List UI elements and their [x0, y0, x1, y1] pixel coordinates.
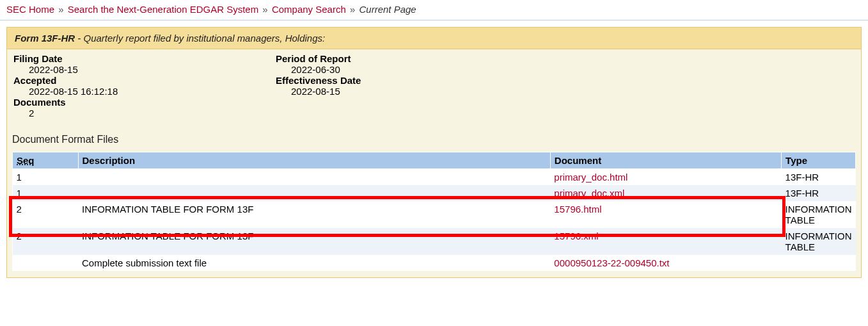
- document-link[interactable]: primary_doc.html: [554, 172, 627, 183]
- document-link[interactable]: 15796.html: [554, 204, 601, 215]
- col-header-desc: Description: [78, 152, 550, 169]
- filing-date-value: 2022-08-15: [13, 64, 276, 75]
- cell-desc: INFORMATION TABLE FOR FORM 13F: [78, 228, 550, 255]
- period-label: Period of Report: [276, 53, 538, 64]
- cell-type: INFORMATION TABLE: [782, 228, 856, 255]
- table-row: 2 INFORMATION TABLE FOR FORM 13F 15796.h…: [13, 201, 856, 228]
- cell-seq: 2: [13, 201, 79, 228]
- col-header-type: Type: [782, 152, 856, 169]
- cell-seq: 1: [13, 185, 79, 201]
- breadcrumb-link-sec-home[interactable]: SEC Home: [6, 4, 54, 15]
- table-row: 1 primary_doc.html 13F-HR: [13, 169, 856, 186]
- eff-label: Effectiveness Date: [276, 75, 538, 86]
- form-desc: - Quarterly report filed by institutiona…: [75, 33, 325, 44]
- document-link[interactable]: 15796.xml: [554, 231, 598, 241]
- cell-seq: 2: [13, 228, 79, 255]
- filing-panel: Form 13F-HR - Quarterly report filed by …: [6, 27, 862, 278]
- cell-type: INFORMATION TABLE: [782, 201, 856, 228]
- cell-type: [782, 255, 856, 271]
- documents-value: 2: [13, 108, 276, 118]
- document-files-table: Seq Description Document Type 1 primary_…: [12, 152, 856, 271]
- cell-type: 13F-HR: [782, 169, 856, 186]
- breadcrumb-current: Current Page: [359, 4, 416, 15]
- breadcrumb-sep: »: [57, 4, 65, 15]
- document-link[interactable]: primary_doc.xml: [554, 188, 624, 199]
- breadcrumb: SEC Home » Search the Next-Generation ED…: [0, 0, 868, 20]
- accepted-label: Accepted: [13, 75, 276, 86]
- table-title: Document Format Files: [7, 124, 861, 152]
- breadcrumb-sep: »: [349, 4, 356, 15]
- cell-desc: [78, 169, 550, 186]
- cell-seq: [13, 255, 79, 271]
- cell-desc: INFORMATION TABLE FOR FORM 13F: [78, 201, 550, 228]
- table-row: 1 primary_doc.xml 13F-HR: [13, 185, 856, 201]
- filing-date-label: Filing Date: [13, 53, 276, 64]
- col-header-seq[interactable]: Seq: [13, 152, 79, 169]
- cell-desc: Complete submission text file: [78, 255, 550, 271]
- form-type-bar: Form 13F-HR - Quarterly report filed by …: [7, 28, 861, 49]
- breadcrumb-sep: »: [261, 4, 269, 15]
- filing-meta: Filing Date 2022-08-15 Accepted 2022-08-…: [7, 49, 861, 124]
- col-header-doc: Document: [550, 152, 781, 169]
- table-row: Complete submission text file 0000950123…: [13, 255, 856, 271]
- documents-label: Documents: [13, 97, 276, 108]
- breadcrumb-link-edgar-search[interactable]: Search the Next-Generation EDGAR System: [68, 4, 258, 15]
- eff-value: 2022-08-15: [276, 86, 538, 97]
- table-row: 2 INFORMATION TABLE FOR FORM 13F 15796.x…: [13, 228, 856, 255]
- period-value: 2022-06-30: [276, 64, 538, 75]
- document-link[interactable]: 0000950123-22-009450.txt: [554, 257, 669, 268]
- cell-seq: 1: [13, 169, 79, 186]
- accepted-value: 2022-08-15 16:12:18: [13, 86, 276, 97]
- breadcrumb-link-company-search[interactable]: Company Search: [272, 4, 346, 15]
- cell-type: 13F-HR: [782, 185, 856, 201]
- cell-desc: [78, 185, 550, 201]
- form-type: Form 13F-HR: [15, 33, 75, 44]
